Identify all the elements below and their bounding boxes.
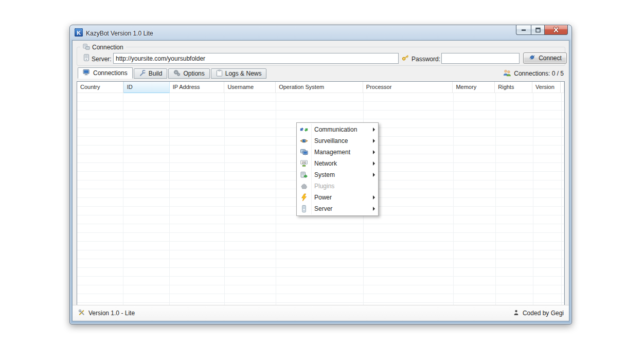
- system-drive-icon: [297, 171, 311, 179]
- close-button[interactable]: [545, 25, 568, 35]
- lightning-icon: [297, 193, 311, 202]
- column-header-version[interactable]: Version: [532, 82, 561, 93]
- wrench-icon: [139, 69, 146, 78]
- tab-build[interactable]: Build: [134, 68, 168, 79]
- column-header-memory[interactable]: Memory: [453, 82, 495, 93]
- server-icon: [83, 54, 90, 61]
- window-title: KazyBot Version 1.0 Lite: [86, 30, 153, 37]
- menu-item-label: Management: [311, 149, 370, 156]
- menu-item-label: Surveillance: [311, 137, 370, 144]
- plug-icon: [528, 53, 536, 63]
- menu-item-management[interactable]: Management: [297, 147, 378, 158]
- column-header-operation-system[interactable]: Operation System: [276, 82, 363, 93]
- client-area: Connection Server:: [72, 40, 569, 321]
- column-header-username[interactable]: Username: [224, 82, 276, 93]
- ip-address-icon: 192: [297, 159, 311, 168]
- tab-logs-news-label: Logs & News: [225, 70, 262, 77]
- submenu-arrow-icon: [370, 173, 378, 177]
- column-header-country[interactable]: Country: [77, 82, 123, 93]
- eye-icon: [297, 137, 311, 145]
- tab-options[interactable]: Options: [168, 68, 209, 79]
- tab-options-label: Options: [183, 70, 204, 77]
- connect-button[interactable]: Connect: [523, 52, 567, 64]
- key-icon: [401, 53, 409, 62]
- menu-item-label: Plugins: [311, 183, 370, 190]
- status-credit-text: Coded by Gegi: [523, 310, 564, 317]
- communication-icon: [297, 125, 311, 134]
- connections-counter: Connections: 0 / 5: [503, 69, 564, 78]
- tab-connections-label: Connections: [93, 69, 128, 77]
- monitors-icon: [297, 148, 311, 156]
- menu-item-communication[interactable]: Communication: [297, 124, 378, 135]
- title-bar[interactable]: K KazyBot Version 1.0 Lite: [70, 25, 571, 40]
- column-header-id[interactable]: ID: [123, 82, 170, 93]
- menu-item-surveillance[interactable]: Surveillance: [297, 135, 378, 147]
- password-label: Password:: [412, 54, 440, 64]
- connection-group-label: Connection: [92, 44, 123, 51]
- svg-text:192: 192: [302, 161, 307, 164]
- context-menu: Communication Surveillance: [296, 122, 379, 216]
- tab-strip: Connections Build: [78, 67, 266, 79]
- server-tower-icon: [297, 205, 311, 213]
- clipboard-icon: [216, 69, 223, 78]
- connection-groupbox: Connection Server:: [77, 47, 565, 66]
- password-input[interactable]: [441, 53, 520, 64]
- menu-item-label: Power: [311, 194, 370, 201]
- status-version-text: Version 1.0 - Lite: [88, 310, 135, 317]
- connections-counter-text: Connections: 0 / 5: [514, 70, 564, 77]
- tab-build-label: Build: [149, 70, 163, 77]
- tab-connections[interactable]: Connections: [78, 67, 133, 79]
- status-bar: Version 1.0 - Lite Coded by Gegi: [73, 305, 569, 321]
- submenu-arrow-icon: [370, 161, 378, 166]
- submenu-arrow-icon: [370, 128, 378, 132]
- menu-item-plugins: Plugins: [297, 180, 378, 192]
- gears-icon: [173, 69, 181, 78]
- column-header-processor[interactable]: Processor: [363, 82, 453, 93]
- minimize-button[interactable]: [516, 25, 531, 35]
- submenu-arrow-icon: [370, 150, 378, 154]
- submenu-arrow-icon: [370, 195, 378, 199]
- menu-item-power[interactable]: Power: [297, 192, 378, 203]
- svg-text:K: K: [77, 30, 81, 36]
- tab-logs-news[interactable]: Logs & News: [211, 68, 267, 79]
- column-header-ip-address[interactable]: IP Address: [170, 82, 225, 93]
- menu-item-label: Network: [311, 160, 370, 167]
- menu-item-network[interactable]: 192 Network: [297, 158, 378, 169]
- person-icon: [513, 309, 520, 318]
- column-header-rights[interactable]: Rights: [495, 82, 532, 93]
- connect-button-label: Connect: [539, 55, 562, 62]
- tools-icon: [78, 308, 85, 318]
- connection-group-icon: [83, 43, 90, 52]
- column-header-filler: [561, 82, 564, 93]
- maximize-button[interactable]: [531, 25, 545, 35]
- users-icon: [503, 69, 511, 78]
- app-window: K KazyBot Version 1.0 Lite: [69, 25, 572, 324]
- menu-item-label: System: [311, 171, 370, 178]
- submenu-arrow-icon: [370, 139, 378, 143]
- menu-item-label: Server: [311, 205, 370, 212]
- table-header: Country ID IP Address Username Operation…: [77, 82, 564, 93]
- submenu-arrow-icon: [370, 207, 378, 211]
- menu-item-label: Communication: [311, 126, 370, 133]
- monitor-icon: [83, 69, 91, 78]
- server-label: Server:: [92, 54, 112, 64]
- app-icon: K: [75, 28, 83, 39]
- server-input[interactable]: [113, 53, 399, 64]
- menu-item-system[interactable]: System: [297, 169, 378, 180]
- menu-item-server[interactable]: Server: [297, 203, 378, 214]
- puzzle-icon: [297, 182, 311, 190]
